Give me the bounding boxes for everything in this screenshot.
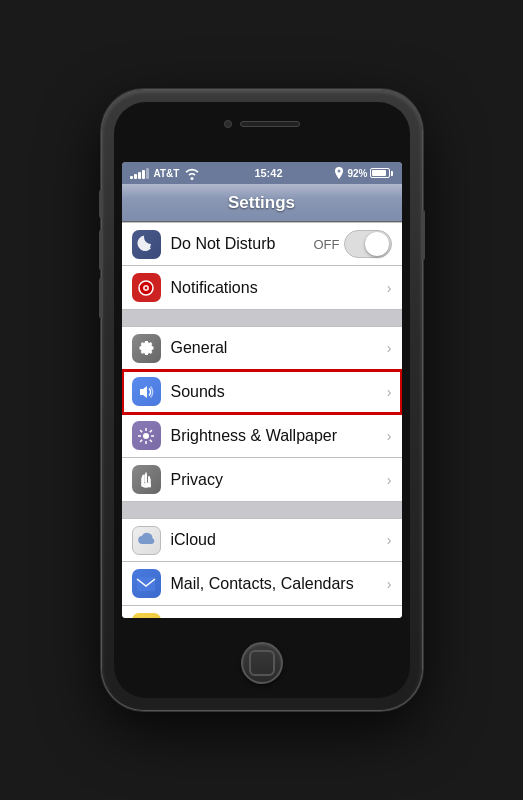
settings-list: Do Not Disturb OFF: [122, 222, 402, 618]
signal-strength: [130, 168, 149, 179]
svg-rect-17: [148, 476, 150, 483]
phone-frame: AT&T 15:42 92%: [102, 90, 422, 710]
earpiece-speaker: [240, 121, 300, 127]
do-not-disturb-icon: [132, 230, 161, 259]
phone-body: AT&T 15:42 92%: [114, 102, 410, 698]
section-gap-2: [122, 502, 402, 518]
svg-rect-15: [142, 475, 144, 484]
signal-bar-3: [138, 172, 141, 179]
general-chevron: ›: [387, 340, 392, 356]
brightness-icon: [132, 421, 161, 450]
top-bar: [224, 120, 300, 128]
status-right: 92%: [334, 167, 393, 179]
signal-bar-1: [130, 176, 133, 179]
general-label: General: [171, 339, 383, 357]
notes-icon: [132, 613, 161, 618]
settings-item-icloud[interactable]: iCloud ›: [122, 518, 402, 562]
settings-item-notes[interactable]: Notes ›: [122, 606, 402, 618]
privacy-label: Privacy: [171, 471, 383, 489]
notifications-label: Notifications: [171, 279, 383, 297]
signal-bar-5: [146, 168, 149, 179]
battery-percent: 92%: [347, 168, 367, 179]
svg-point-5: [143, 433, 149, 439]
mail-icon: [132, 569, 161, 598]
notifications-icon: [132, 273, 161, 302]
toggle-off-label: OFF: [314, 237, 340, 252]
svg-point-3: [145, 286, 147, 288]
notifications-chevron: ›: [387, 280, 392, 296]
toggle-knob: [365, 232, 389, 256]
sounds-icon: [132, 377, 161, 406]
settings-item-mail[interactable]: Mail, Contacts, Calendars ›: [122, 562, 402, 606]
notes-svg: [136, 618, 156, 619]
icloud-icon: [132, 526, 161, 555]
status-time: 15:42: [254, 167, 282, 179]
section-gap-1: [122, 310, 402, 326]
sounds-label: Sounds: [171, 383, 383, 401]
mail-chevron: ›: [387, 576, 392, 592]
brightness-chevron: ›: [387, 428, 392, 444]
settings-item-general[interactable]: General ›: [122, 326, 402, 370]
general-icon: [132, 334, 161, 363]
svg-line-13: [140, 439, 142, 441]
svg-line-11: [150, 439, 152, 441]
speaker-svg: [137, 383, 155, 401]
privacy-icon: [132, 465, 161, 494]
home-button-inner: [249, 650, 275, 676]
settings-section-2: General › Sounds ›: [122, 326, 402, 502]
volume-up-button[interactable]: [99, 230, 103, 270]
settings-item-notifications[interactable]: Notifications ›: [122, 266, 402, 310]
do-not-disturb-toggle[interactable]: OFF: [314, 230, 392, 258]
signal-bar-2: [134, 174, 137, 179]
carrier-name: AT&T: [154, 168, 180, 179]
notifications-svg: [137, 279, 155, 297]
screen: AT&T 15:42 92%: [122, 162, 402, 618]
page-title: Settings: [228, 193, 295, 213]
mute-switch[interactable]: [99, 190, 103, 218]
settings-section-3: iCloud › Mail, Contacts, Calendars ›: [122, 518, 402, 618]
icloud-label: iCloud: [171, 531, 383, 549]
power-button[interactable]: [421, 210, 425, 260]
sounds-chevron: ›: [387, 384, 392, 400]
svg-rect-18: [137, 577, 155, 591]
svg-rect-16: [145, 474, 147, 483]
settings-item-brightness-wallpaper[interactable]: Brightness & Wallpaper ›: [122, 414, 402, 458]
svg-point-0: [338, 170, 341, 173]
settings-item-sounds[interactable]: Sounds ›: [122, 370, 402, 414]
privacy-chevron: ›: [387, 472, 392, 488]
signal-bar-4: [142, 170, 145, 179]
moon-svg: [137, 235, 155, 253]
gear-svg: [136, 338, 156, 358]
settings-item-privacy[interactable]: Privacy ›: [122, 458, 402, 502]
status-left: AT&T: [130, 163, 203, 183]
status-bar: AT&T 15:42 92%: [122, 162, 402, 184]
mail-svg: [136, 576, 156, 592]
svg-marker-4: [140, 386, 147, 398]
brightness-svg: [137, 427, 155, 445]
battery-icon: [370, 168, 393, 178]
home-button[interactable]: [241, 642, 283, 684]
wifi-icon: [182, 163, 202, 183]
mail-contacts-calendars-label: Mail, Contacts, Calendars: [171, 575, 383, 593]
front-camera: [224, 120, 232, 128]
svg-line-10: [140, 430, 142, 432]
location-icon: [334, 167, 344, 179]
toggle-switch[interactable]: [344, 230, 392, 258]
do-not-disturb-label: Do Not Disturb: [171, 235, 314, 253]
settings-section-1: Do Not Disturb OFF: [122, 222, 402, 310]
icloud-chevron: ›: [387, 532, 392, 548]
icloud-svg: [135, 532, 157, 548]
settings-item-do-not-disturb[interactable]: Do Not Disturb OFF: [122, 222, 402, 266]
volume-down-button[interactable]: [99, 278, 103, 318]
brightness-wallpaper-label: Brightness & Wallpaper: [171, 427, 383, 445]
hand-svg: [137, 471, 155, 489]
svg-line-12: [150, 430, 152, 432]
nav-bar: Settings: [122, 184, 402, 222]
